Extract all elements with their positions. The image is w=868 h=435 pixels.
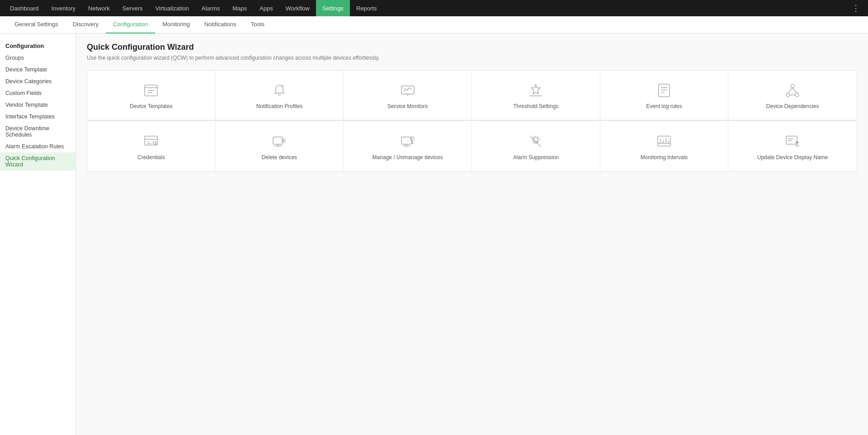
top-nav-item-alarms[interactable]: Alarms <box>195 0 226 16</box>
card-manage-devices[interactable]: Manage / Unmanage devices <box>344 122 472 171</box>
top-nav-items: DashboardInventoryNetworkServersVirtuali… <box>4 0 847 16</box>
sidebar-item-vendor-template[interactable]: Vendor Template <box>0 99 75 111</box>
page-subtitle: Use the quick configuration wizard (QCW)… <box>87 55 857 61</box>
card-label-event-log-rules: Event log rules <box>646 103 682 110</box>
credentials-icon <box>142 133 160 150</box>
cards-row1: Device TemplatesNotification ProfilesSer… <box>87 70 857 121</box>
card-label-credentials: Credentials <box>137 154 165 161</box>
card-label-update-display-name: Update Device Display Name <box>757 154 828 161</box>
svg-point-14 <box>786 93 790 97</box>
top-nav-item-servers[interactable]: Servers <box>116 0 149 16</box>
top-nav: DashboardInventoryNetworkServersVirtuali… <box>0 0 868 16</box>
service-monitors-icon <box>398 82 417 99</box>
update-display-name-icon <box>783 133 802 150</box>
top-nav-item-virtualization[interactable]: Virtualization <box>149 0 195 16</box>
device-dependencies-icon <box>783 82 802 99</box>
sidebar-title: Configuration <box>0 38 75 52</box>
card-threshold-settings[interactable]: Threshold Settings <box>472 71 600 120</box>
card-update-display-name[interactable]: Update Device Display Name <box>728 122 857 171</box>
more-menu-icon[interactable]: ⋮ <box>847 3 864 13</box>
card-label-device-templates: Device Templates <box>130 103 173 110</box>
card-label-service-monitors: Service Monitors <box>387 103 428 110</box>
card-alarm-suppression[interactable]: Alarm Suppression <box>472 122 600 171</box>
sub-nav-item-monitoring[interactable]: Monitoring <box>155 16 197 33</box>
sidebar-item-alarm-escalation-rules[interactable]: Alarm Escalation Rules <box>0 141 75 152</box>
sub-nav-item-notifications[interactable]: Notifications <box>197 16 244 33</box>
svg-line-24 <box>156 144 157 145</box>
svg-rect-9 <box>659 84 670 97</box>
sidebar-item-quick-configuration-wizard[interactable]: Quick Configuration Wizard <box>0 152 75 170</box>
delete-devices-icon <box>270 133 289 150</box>
top-nav-item-apps[interactable]: Apps <box>253 0 279 16</box>
sidebar-item-device-downtime-schedules[interactable]: Device Downtime Schedules <box>0 123 75 141</box>
manage-devices-icon <box>398 133 417 150</box>
svg-line-16 <box>788 88 793 93</box>
svg-point-23 <box>153 142 156 144</box>
card-label-threshold-settings: Threshold Settings <box>513 103 558 110</box>
card-event-log-rules[interactable]: Event log rules <box>600 71 729 120</box>
card-label-monitoring-intervals: Monitoring Intervals <box>641 154 688 161</box>
card-label-delete-devices: Delete devices <box>262 154 297 161</box>
top-nav-item-reports[interactable]: Reports <box>350 0 383 16</box>
top-nav-item-dashboard[interactable]: Dashboard <box>4 0 45 16</box>
sidebar-item-groups[interactable]: Groups <box>0 52 75 64</box>
sub-nav-item-discovery[interactable]: Discovery <box>66 16 106 33</box>
sub-nav: General SettingsDiscoveryConfigurationMo… <box>0 16 868 33</box>
notification-profiles-icon <box>270 82 289 99</box>
svg-rect-25 <box>273 137 283 144</box>
monitoring-intervals-icon <box>655 133 674 150</box>
cards-row2: CredentialsDelete devicesManage / Unmana… <box>87 122 857 172</box>
sidebar-item-interface-templates[interactable]: Interface Templates <box>0 111 75 123</box>
sub-nav-item-tools[interactable]: Tools <box>244 16 272 33</box>
page-title: Quick Configuration Wizard <box>87 43 857 52</box>
card-monitoring-intervals[interactable]: Monitoring Intervals <box>600 122 729 171</box>
sidebar-item-device-template[interactable]: Device Template <box>0 64 75 76</box>
card-delete-devices[interactable]: Delete devices <box>216 122 344 171</box>
threshold-settings-icon <box>526 82 545 99</box>
card-service-monitors[interactable]: Service Monitors <box>344 71 472 120</box>
device-templates-icon <box>142 82 160 99</box>
svg-line-17 <box>793 88 797 93</box>
layout: Configuration GroupsDevice TemplateDevic… <box>0 33 868 435</box>
sub-nav-item-configuration[interactable]: Configuration <box>106 16 155 33</box>
svg-rect-45 <box>786 136 797 144</box>
top-nav-item-settings[interactable]: Settings <box>316 0 350 16</box>
card-credentials[interactable]: Credentials <box>87 122 216 171</box>
event-log-rules-icon <box>655 82 674 99</box>
svg-rect-30 <box>401 137 411 144</box>
main-content: Quick Configuration Wizard Use the quick… <box>76 33 868 435</box>
sidebar-item-device-categories[interactable]: Device Categories <box>0 76 75 87</box>
top-nav-item-workflow[interactable]: Workflow <box>279 0 316 16</box>
card-label-manage-devices: Manage / Unmanage devices <box>373 154 443 161</box>
card-label-alarm-suppression: Alarm Suppression <box>513 154 559 161</box>
sidebar: Configuration GroupsDevice TemplateDevic… <box>0 33 76 435</box>
sub-nav-items: General SettingsDiscoveryConfigurationMo… <box>7 16 272 33</box>
card-label-device-dependencies: Device Dependencies <box>766 103 819 110</box>
card-device-templates[interactable]: Device Templates <box>87 71 216 120</box>
sub-nav-item-general-settings[interactable]: General Settings <box>7 16 66 33</box>
svg-point-13 <box>791 84 794 88</box>
sidebar-items: GroupsDevice TemplateDevice CategoriesCu… <box>0 52 75 170</box>
alarm-suppression-icon <box>526 133 545 150</box>
svg-point-15 <box>795 93 799 97</box>
sidebar-item-custom-fields[interactable]: Custom Fields <box>0 87 75 99</box>
svg-point-33 <box>410 137 414 141</box>
top-nav-item-maps[interactable]: Maps <box>226 0 253 16</box>
card-label-notification-profiles: Notification Profiles <box>256 103 303 110</box>
top-nav-item-inventory[interactable]: Inventory <box>45 0 82 16</box>
card-notification-profiles[interactable]: Notification Profiles <box>216 71 344 120</box>
card-device-dependencies[interactable]: Device Dependencies <box>728 71 857 120</box>
top-nav-item-network[interactable]: Network <box>82 0 116 16</box>
